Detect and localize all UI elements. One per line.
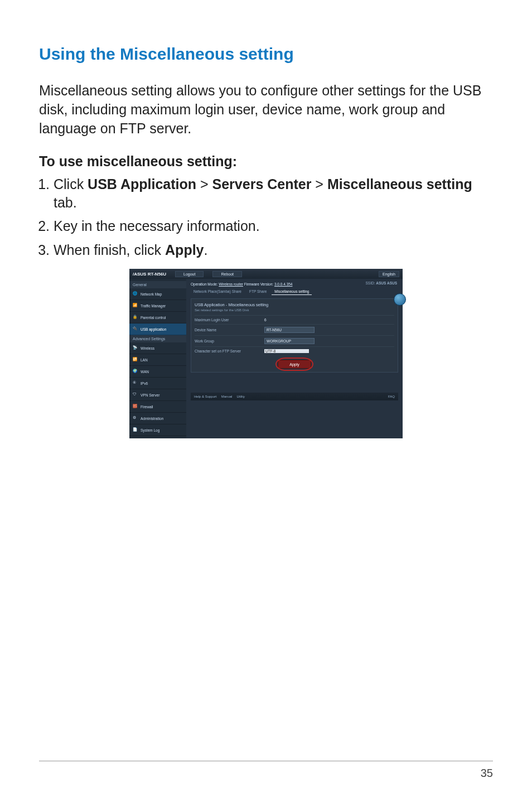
globe-icon: 🌐 <box>133 291 138 297</box>
logout-button[interactable]: Logout <box>175 271 204 277</box>
gear-icon: ⚙ <box>133 416 138 421</box>
sidebar-item-firewall[interactable]: 🧱Firewall <box>129 401 186 413</box>
sidebar-header-advanced: Advanced Settings <box>129 335 186 342</box>
tab-misc-setting[interactable]: Miscellaneous setting <box>272 288 312 295</box>
panel-subtitle: Set related settings for the USB Disk <box>195 308 394 312</box>
footer-utility[interactable]: Utility <box>236 395 245 398</box>
traffic-icon: 📶 <box>133 303 138 308</box>
reboot-button[interactable]: Reboot <box>212 271 242 277</box>
sidebar-item-traffic[interactable]: 📶Traffic Manager <box>129 300 186 312</box>
row-label-charset: Character set on FTP Server <box>195 349 259 353</box>
sidebar-item-ipv6[interactable]: ⑥IPv6 <box>129 378 186 389</box>
sidebar-item-syslog[interactable]: 📄System Log <box>129 424 186 436</box>
ipv6-icon: ⑥ <box>133 380 138 386</box>
subheading: To use miscellaneous setting: <box>39 153 493 170</box>
refresh-icon[interactable] <box>394 293 406 306</box>
vpn-icon: 🛡 <box>133 392 138 398</box>
step-2: Key in the necessary information. <box>54 217 493 235</box>
sidebar-item-network-map[interactable]: 🌐Network Map <box>129 288 186 300</box>
sidebar-item-parental[interactable]: 🔒Parental control <box>129 312 186 323</box>
apply-button[interactable]: Apply <box>278 360 311 369</box>
row-label-max-login: Maximum Login User <box>195 318 259 322</box>
panel-title: USB Application - Miscellaneous setting <box>195 302 394 307</box>
footer-faq[interactable]: FAQ <box>388 395 395 398</box>
steps-list: Click USB Application > Servers Center >… <box>54 175 493 259</box>
max-login-value[interactable]: 6 <box>264 318 267 322</box>
footer-help[interactable]: Help & Support <box>194 395 217 398</box>
sidebar-item-usb-application[interactable]: 🔌USB application <box>129 323 186 335</box>
sidebar-item-admin[interactable]: ⚙Administration <box>129 413 186 424</box>
tab-samba-share[interactable]: Network Place(Samba) Share <box>191 288 244 295</box>
firewall-icon: 🧱 <box>133 404 138 409</box>
step-3: When finish, click Apply. <box>54 241 493 259</box>
lan-icon: 🔁 <box>133 357 138 363</box>
footer-manual[interactable]: Manual <box>221 395 233 398</box>
sidebar-item-lan[interactable]: 🔁LAN <box>129 354 186 366</box>
workgroup-input[interactable] <box>264 338 315 344</box>
log-icon: 📄 <box>133 427 138 433</box>
device-name-input[interactable] <box>264 327 315 333</box>
sidebar-item-wan[interactable]: 🌍WAN <box>129 366 186 378</box>
step-1: Click USB Application > Servers Center >… <box>54 175 493 211</box>
ssid-label: SSID: ASUS ASUS <box>366 281 397 285</box>
charset-select[interactable]: UTF-8 <box>264 349 309 353</box>
sidebar-header-general: General <box>129 281 186 288</box>
tabs: Network Place(Samba) Share FTP Share Mis… <box>191 288 398 295</box>
row-label-device-name: Device Name <box>195 328 259 332</box>
page-number: 35 <box>39 761 493 780</box>
wifi-icon: 📡 <box>133 345 138 351</box>
misc-panel: USB Application - Miscellaneous setting … <box>191 298 398 373</box>
section-title: Using the Miscellaneous setting <box>39 45 493 64</box>
lock-icon: 🔒 <box>133 315 138 320</box>
sidebar-item-vpn[interactable]: 🛡VPN Server <box>129 389 186 401</box>
router-screenshot: /ASUS RT-N56U Logout Reboot English Gene… <box>129 269 403 438</box>
sidebar: General 🌐Network Map 📶Traffic Manager 🔒P… <box>129 279 186 438</box>
language-select[interactable]: English <box>379 271 399 277</box>
brand-label: /ASUS RT-N56U <box>133 272 166 277</box>
screenshot-footer: Help & Support Manual Utility FAQ <box>191 393 398 400</box>
usb-icon: 🔌 <box>133 326 138 332</box>
tab-ftp-share[interactable]: FTP Share <box>246 288 269 295</box>
row-label-workgroup: Work Group <box>195 339 259 343</box>
wan-icon: 🌍 <box>133 369 138 374</box>
intro-paragraph: Miscellaneous setting allows you to conf… <box>39 81 493 138</box>
sidebar-item-wireless[interactable]: 📡Wireless <box>129 342 186 354</box>
